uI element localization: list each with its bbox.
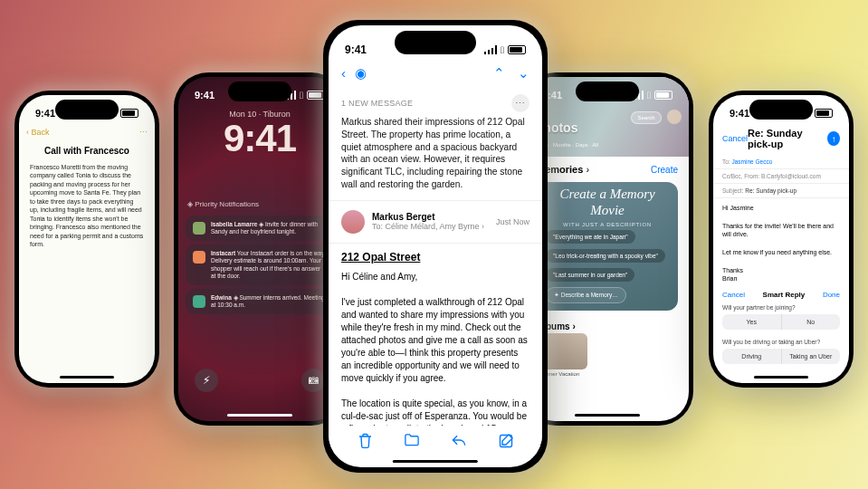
- app-icon: [193, 222, 205, 235]
- sr-answer-segment[interactable]: DrivingTaking an Uber: [722, 349, 840, 364]
- sr-cancel-button[interactable]: Cancel: [722, 291, 745, 299]
- sr-option: Yes: [722, 314, 781, 330]
- dynamic-island: [395, 31, 476, 54]
- battery-icon: [307, 91, 325, 100]
- phone-lockscreen: 9:41 􀙇 Mon 10 · Tiburon 9:41 ◈ Priority …: [174, 72, 346, 426]
- status-time: 9:41: [195, 90, 215, 101]
- mail-body: Hi Céline and Amy, I've just completed a…: [329, 264, 542, 443]
- back-button[interactable]: ‹ Back: [26, 128, 50, 137]
- mail-toolbar: [329, 426, 542, 456]
- battery-icon: [120, 109, 138, 118]
- sr-option: No: [781, 314, 841, 330]
- reply-button[interactable]: [451, 433, 467, 449]
- send-button[interactable]: ↑: [827, 131, 840, 146]
- home-indicator[interactable]: [227, 414, 292, 417]
- battery-icon: [815, 109, 833, 118]
- dynamic-island: [749, 100, 813, 120]
- wifi-icon: 􀙇: [647, 90, 651, 101]
- smart-reply-label: Smart Reply: [763, 291, 806, 299]
- memory-title: Create a Memory Movie: [546, 187, 669, 218]
- share-button[interactable]: ⋯: [139, 128, 148, 137]
- battery-icon: [508, 45, 526, 54]
- back-button[interactable]: ‹: [341, 65, 346, 82]
- notification[interactable]: Edwina ◈ Summer interns arrived. Meeting…: [186, 289, 334, 314]
- sr-option: Driving: [722, 349, 781, 364]
- describe-memory-input[interactable]: ✦ Describe a Memory…: [546, 287, 626, 303]
- album-caption: Summer Vacation: [526, 369, 689, 379]
- flashlight-button[interactable]: ⚡︎: [195, 369, 218, 392]
- notes-body: Francesco Moretti from the moving compan…: [19, 163, 155, 248]
- cc-field[interactable]: Cc/Bcc, From: B.Carlyfol@icloud.com: [713, 169, 849, 184]
- lock-clock: 9:41: [178, 117, 341, 160]
- create-link[interactable]: Create: [651, 165, 678, 175]
- dynamic-island: [576, 82, 639, 101]
- compose-button[interactable]: [498, 433, 514, 449]
- mail-time: Just Now: [496, 217, 529, 226]
- priority-label: ◈ Priority Notifications: [178, 197, 341, 212]
- memory-chip[interactable]: "Leo trick-or-treating with a spooky vib…: [546, 249, 665, 263]
- next-button[interactable]: ⌄: [518, 65, 529, 82]
- search-button[interactable]: Search: [631, 111, 662, 124]
- sr-done-button[interactable]: Done: [823, 291, 840, 299]
- phone-compose: 9:41 􀙇 Cancel Re: Sunday pick-up ↑ To: J…: [709, 91, 854, 388]
- camera-button[interactable]: 📷︎: [301, 369, 325, 392]
- battery-icon: [654, 91, 672, 100]
- mail-from-row[interactable]: Markus Berget To: Céline Mélard, Amy Byr…: [329, 201, 542, 244]
- mail-subject: 212 Opal Street: [329, 244, 542, 264]
- summary-icon[interactable]: ◉: [355, 65, 367, 82]
- notification[interactable]: Isabella Lamarre ◈ Invite for dinner wit…: [186, 216, 334, 241]
- home-indicator[interactable]: [393, 460, 478, 463]
- phone-mail: 9:41 􀙇 ‹ ◉ ⌃ ⌄ 1 NEW MESSAGE ⋯ Markus sh…: [323, 20, 548, 473]
- to-field[interactable]: To: Jasmine Gecco: [713, 155, 849, 169]
- memory-card[interactable]: Create a Memory Movie WITH JUST A DESCRI…: [537, 182, 678, 311]
- notes-heading: Call with Francesco: [19, 146, 155, 156]
- compose-body[interactable]: Hi Jasmine Thanks for the invite! We'll …: [713, 198, 849, 289]
- mail-summary-card: 1 NEW MESSAGE ⋯ Markus shared their impr…: [329, 87, 542, 201]
- sr-option: Taking an Uber: [781, 349, 841, 364]
- more-button[interactable]: ⋯: [511, 94, 529, 112]
- app-icon: [193, 295, 205, 308]
- cancel-button[interactable]: Cancel: [722, 134, 748, 143]
- status-time: 9:41: [730, 108, 749, 119]
- status-time: 9:41: [35, 108, 55, 119]
- prev-button[interactable]: ⌃: [493, 65, 505, 82]
- status-time: 9:41: [345, 43, 367, 56]
- signal-icon: [484, 45, 497, 54]
- sr-question: Will your partner be joining?: [713, 301, 849, 312]
- new-message-label: 1 NEW MESSAGE: [341, 99, 413, 108]
- memory-chip[interactable]: "Everything we ate in Japan": [546, 230, 635, 244]
- home-indicator[interactable]: [754, 376, 808, 379]
- mail-summary: Markus shared their impressions of 212 O…: [341, 116, 529, 191]
- phone-notes: 9:41 􀙇 ‹ Back ⋯ Call with Francesco Fran…: [14, 91, 159, 388]
- app-icon: [193, 251, 205, 264]
- dynamic-island: [55, 100, 119, 120]
- home-indicator[interactable]: [60, 376, 114, 379]
- sr-question: Will you be driving or taking an Uber?: [713, 335, 849, 347]
- lock-date: Mon 10 · Tiburon: [178, 110, 341, 119]
- from-name: Markus Berget: [372, 212, 489, 222]
- home-indicator[interactable]: [575, 414, 640, 417]
- profile-button[interactable]: [667, 110, 682, 124]
- sr-answer-segment[interactable]: YesNo: [722, 314, 840, 330]
- trash-button[interactable]: [357, 433, 373, 449]
- memory-subtitle: WITH JUST A DESCRIPTION: [563, 222, 652, 227]
- avatar: [341, 210, 365, 234]
- compose-title: Re: Sunday pick-up: [748, 128, 827, 149]
- folder-button[interactable]: [404, 433, 420, 449]
- memory-chip[interactable]: "Last summer in our garden": [546, 268, 634, 282]
- dynamic-island: [228, 82, 291, 101]
- wifi-icon: 􀙇: [501, 44, 504, 55]
- notification[interactable]: Instacart Your Instacart order is on the…: [186, 244, 334, 285]
- subject-field[interactable]: Subject: Re: Sunday pick-up: [713, 184, 849, 198]
- wifi-icon: 􀙇: [300, 90, 303, 101]
